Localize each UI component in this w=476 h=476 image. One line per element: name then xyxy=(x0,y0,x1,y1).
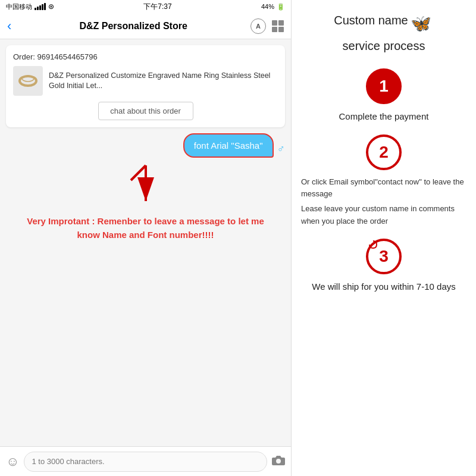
important-text: Very Improtant : Remenber to leave a mes… xyxy=(6,210,285,246)
product-name: D&Z Personalized Customize Engraved Name… xyxy=(49,71,278,92)
annotation-area: Very Improtant : Remenber to leave a mes… xyxy=(6,162,285,246)
chat-area: Order: 96914654465796 D&Z Personalized C… xyxy=(0,39,291,446)
message-text: font Arial "Sasha" xyxy=(194,140,263,151)
svg-line-4 xyxy=(131,165,146,180)
step-1-label: Complete the payment xyxy=(339,110,429,124)
svg-point-5 xyxy=(276,459,281,464)
left-panel: 中国移动 ⊛ 下午7:37 44% 🔋 ‹ D&Z Personalized S… xyxy=(0,0,292,476)
avatar-icon[interactable]: A xyxy=(250,18,266,34)
step-2-desc2: Lease leave your custom name in comments… xyxy=(301,203,466,228)
step-3-circle: 3 xyxy=(366,239,402,274)
camera-button[interactable] xyxy=(272,455,285,468)
step-2-desc1: Or click Email symbol"contact now" to le… xyxy=(301,176,466,201)
signal-icon xyxy=(35,3,46,10)
step-2-text1: Or click Email symbol"contact now" to le… xyxy=(301,177,464,199)
wifi-icon: ⊛ xyxy=(48,2,54,11)
clock: 下午7:37 xyxy=(143,2,171,12)
step-2-text2: Lease leave your custom name in comments… xyxy=(301,204,455,226)
battery-area: 44% 🔋 xyxy=(261,3,285,11)
step-3-label: We will ship for you within 7-10 days xyxy=(312,280,456,294)
message-row: font Arial "Sasha" ♂ xyxy=(6,133,285,158)
order-card: Order: 96914654465796 D&Z Personalized C… xyxy=(6,45,285,127)
carrier-text: 中国移动 xyxy=(6,2,32,11)
title-line2: service process xyxy=(343,37,425,54)
step-2-block: 2 Or click Email symbol"contact now" to … xyxy=(301,134,466,228)
carrier-area: 中国移动 ⊛ xyxy=(6,2,54,11)
nav-icons: A xyxy=(250,18,284,34)
step-2-number: 2 xyxy=(379,143,389,162)
right-title: Custom name 🦋 service process xyxy=(301,12,466,54)
message-bubble: font Arial "Sasha" xyxy=(183,133,274,158)
back-button[interactable]: ‹ xyxy=(7,18,11,34)
order-id: Order: 96914654465796 xyxy=(13,52,278,61)
gender-icon: ♂ xyxy=(277,143,286,155)
step-2-circle: 2 xyxy=(366,134,402,170)
swirl-icon xyxy=(367,240,379,252)
battery-icon: 🔋 xyxy=(277,3,285,11)
step-1-circle: 1 xyxy=(366,68,402,104)
product-image xyxy=(13,66,43,96)
status-bar: 中国移动 ⊛ 下午7:37 44% 🔋 xyxy=(0,0,291,13)
ring-svg xyxy=(16,69,40,93)
right-panel: Custom name 🦋 service process 1 Complete… xyxy=(292,0,476,476)
arrow-icon xyxy=(122,162,170,210)
butterfly-icon: 🦋 xyxy=(411,12,431,35)
input-bar: ☺ xyxy=(0,446,291,476)
store-title: D&Z Personalized Store xyxy=(16,21,250,32)
chat-order-button[interactable]: chat about this order xyxy=(98,102,193,120)
title-line1: Custom name xyxy=(334,12,408,29)
battery-text: 44% xyxy=(261,3,274,10)
step-3-block: 3 We will ship for you within 7-10 days xyxy=(301,239,466,294)
order-product: D&Z Personalized Customize Engraved Name… xyxy=(13,66,278,96)
nav-bar: ‹ D&Z Personalized Store A xyxy=(0,13,291,39)
step-1-block: 1 Complete the payment xyxy=(301,68,466,124)
emoji-button[interactable]: ☺ xyxy=(6,454,19,469)
step-1-number: 1 xyxy=(379,77,389,96)
message-input[interactable] xyxy=(24,452,267,472)
grid-icon[interactable] xyxy=(272,20,284,32)
step-3-number: 3 xyxy=(379,247,389,266)
